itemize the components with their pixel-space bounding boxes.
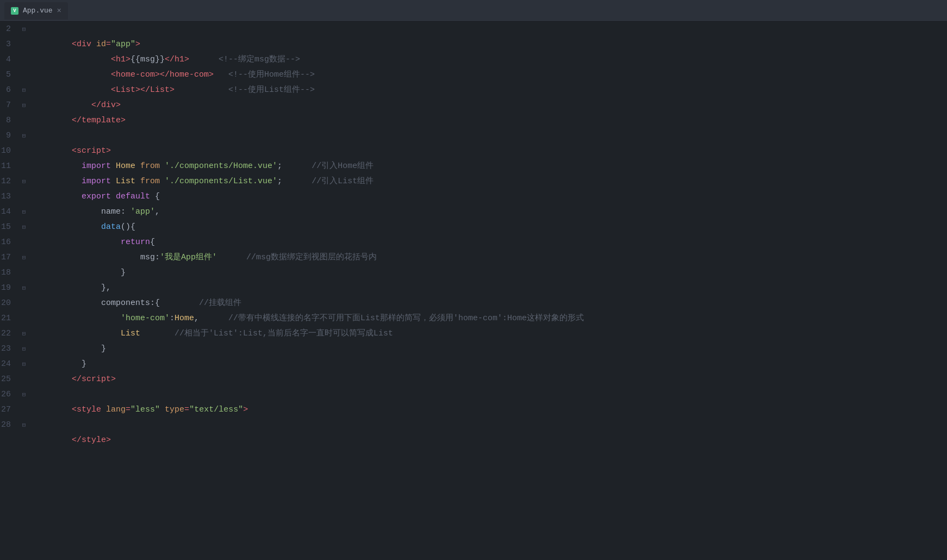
line-num-23: 23	[0, 341, 20, 357]
code-line-12: 12 ⊟ export default {	[0, 174, 947, 189]
fold-9[interactable]: ⊟	[20, 128, 28, 144]
code-line-9: 9 ⊟ <script>	[0, 128, 947, 144]
editor-area: 2 ⊟ <div id="app"> 3 <h1>{{msg}}</h1> <!…	[0, 22, 947, 560]
line-num-4: 4	[0, 52, 20, 67]
fold-26[interactable]: ⊟	[20, 387, 28, 402]
fold-12[interactable]: ⊟	[20, 174, 28, 189]
fold-14[interactable]: ⊟	[20, 204, 28, 220]
fold-22[interactable]: ⊟	[20, 326, 28, 341]
fold-24[interactable]: ⊟	[20, 357, 28, 372]
line-num-24: 24	[0, 357, 20, 372]
code-line-3: 3 <h1>{{msg}}</h1> <!--绑定msg数据-->	[0, 37, 947, 52]
line-num-11: 11	[0, 159, 20, 174]
code-line-21: 21 List //相当于'List':List,当前后名字一直时可以简写成Li…	[0, 311, 947, 326]
line-num-26: 26	[0, 387, 20, 402]
code-line-17: 17 ⊟ }	[0, 250, 947, 265]
fold-2[interactable]: ⊟	[20, 22, 28, 37]
line-num-10: 10	[0, 144, 20, 159]
code-line-24: 24 ⊟ </script>	[0, 357, 947, 372]
line-num-9: 9	[0, 128, 20, 144]
fold-20	[20, 296, 28, 311]
code-line-18: 18 },	[0, 265, 947, 281]
fold-28[interactable]: ⊟	[20, 418, 28, 433]
line-num-13: 13	[0, 189, 20, 204]
line-num-20: 20	[0, 296, 20, 311]
line-num-17: 17	[0, 250, 20, 265]
code-line-7: 7 ⊟ </template>	[0, 98, 947, 113]
code-line-10: 10 import Home from './components/Home.v…	[0, 144, 947, 159]
fold-8	[20, 113, 28, 128]
line-num-2: 2	[0, 22, 20, 37]
code-line-28: 28 ⊟ </style>	[0, 418, 947, 433]
code-line-22: 22 ⊟ }	[0, 326, 947, 341]
line-num-18: 18	[0, 265, 20, 281]
code-line-14: 14 ⊟ data(){	[0, 204, 947, 220]
line-num-3: 3	[0, 37, 20, 52]
fold-10	[20, 144, 28, 159]
code-line-15: 15 ⊟ return{	[0, 220, 947, 235]
line-num-8: 8	[0, 113, 20, 128]
fold-27	[20, 402, 28, 418]
fold-17[interactable]: ⊟	[20, 250, 28, 265]
fold-5	[20, 67, 28, 83]
vue-file-icon: V	[11, 7, 18, 15]
line-content-28: </style>	[28, 418, 947, 463]
line-num-22: 22	[0, 326, 20, 341]
fold-11	[20, 159, 28, 174]
fold-21	[20, 311, 28, 326]
line-num-12: 12	[0, 174, 20, 189]
editor-tab[interactable]: V App.vue ×	[4, 2, 68, 20]
line-num-7: 7	[0, 98, 20, 113]
fold-7[interactable]: ⊟	[20, 98, 28, 113]
code-line-4: 4 <home-com></home-com> <!--使用Home组件-->	[0, 52, 947, 67]
line-num-14: 14	[0, 204, 20, 220]
line-num-19: 19	[0, 281, 20, 296]
code-line-20: 20 'home-com':Home, //带有中横线连接的名字不可用下面Lis…	[0, 296, 947, 311]
code-line-16: 16 msg:'我是App组件' //msg数据绑定到视图层的花括号内	[0, 235, 947, 250]
line-num-6: 6	[0, 83, 20, 98]
fold-13	[20, 189, 28, 204]
line-num-16: 16	[0, 235, 20, 250]
line-num-21: 21	[0, 311, 20, 326]
fold-3	[20, 37, 28, 52]
code-line-11: 11 import List from './components/List.v…	[0, 159, 947, 174]
fold-25	[20, 372, 28, 387]
line-num-5: 5	[0, 67, 20, 83]
code-line-19: 19 ⊟ components:{ //挂载组件	[0, 281, 947, 296]
code-line-23: 23 ⊟ }	[0, 341, 947, 357]
code-line-13: 13 name: 'app',	[0, 189, 947, 204]
code-line-2: 2 ⊟ <div id="app">	[0, 22, 947, 37]
fold-15[interactable]: ⊟	[20, 220, 28, 235]
fold-16	[20, 235, 28, 250]
code-line-6: 6 ⊟ </div>	[0, 83, 947, 98]
title-bar: V App.vue ×	[0, 0, 947, 22]
line-num-27: 27	[0, 402, 20, 418]
code-line-26: 26 ⊟ <style lang="less" type="text/less"…	[0, 387, 947, 402]
fold-23[interactable]: ⊟	[20, 341, 28, 357]
code-line-5: 5 <List></List> <!--使用List组件-->	[0, 67, 947, 83]
line-num-28: 28	[0, 418, 20, 433]
tab-label: App.vue	[23, 7, 53, 15]
fold-4	[20, 52, 28, 67]
line-num-25: 25	[0, 372, 20, 387]
fold-18	[20, 265, 28, 281]
fold-6[interactable]: ⊟	[20, 83, 28, 98]
code-content: 2 ⊟ <div id="app"> 3 <h1>{{msg}}</h1> <!…	[0, 22, 947, 560]
line-num-15: 15	[0, 220, 20, 235]
fold-19[interactable]: ⊟	[20, 281, 28, 296]
tab-close-button[interactable]: ×	[57, 7, 61, 15]
